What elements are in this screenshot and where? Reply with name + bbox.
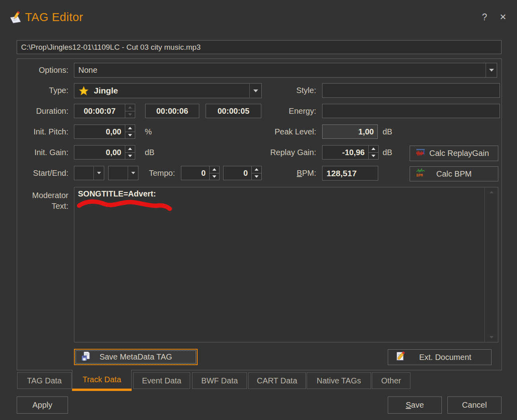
- tab-event-data[interactable]: Event Data: [133, 372, 190, 389]
- window-title: TAG Editor: [25, 11, 83, 24]
- svg-text:BPM: BPM: [416, 173, 423, 177]
- file-path-text: C:\Prop\Jingles12-01\1109LC - Cut 03 cit…: [17, 43, 501, 52]
- style-label: Style:: [257, 86, 316, 95]
- type-dropdown[interactable]: Jingle: [74, 83, 262, 98]
- tab-cart-data[interactable]: CART Data: [248, 372, 306, 389]
- tempo-label: Tempo:: [135, 169, 175, 178]
- duration-label: Duration:: [8, 107, 68, 116]
- tempo-field-2[interactable]: 0: [223, 166, 262, 180]
- spinner-up-icon: [369, 146, 378, 152]
- peak-level-label: Peak Level:: [257, 127, 316, 136]
- metadata-tag-icon: [80, 351, 91, 363]
- init-gain-spinner[interactable]: [125, 146, 135, 159]
- document-pencil-icon: [395, 351, 406, 364]
- end-dropdown[interactable]: [108, 166, 138, 180]
- peak-level-unit: dB: [383, 127, 392, 136]
- init-pitch-spinner[interactable]: [125, 125, 135, 138]
- energy-label: Energy:: [257, 107, 316, 116]
- cancel-button[interactable]: Cancel: [447, 397, 501, 414]
- init-pitch-unit: %: [145, 127, 152, 136]
- init-gain-field[interactable]: 0,00: [74, 145, 135, 159]
- apply-button[interactable]: Apply: [17, 397, 68, 414]
- star-icon: [79, 86, 89, 96]
- bpm-field[interactable]: 128,517: [322, 166, 378, 181]
- tab-bwf-data[interactable]: BWF Data: [192, 372, 247, 389]
- duration-spinner: [125, 104, 135, 118]
- spinner-down-icon: [125, 152, 135, 159]
- init-pitch-field[interactable]: 0,00: [74, 124, 135, 139]
- close-button[interactable]: ✕: [500, 12, 507, 22]
- moderator-text-label: Moderator Text:: [8, 190, 68, 212]
- ext-document-button[interactable]: Ext. Document: [388, 349, 492, 365]
- spinner-up-icon: [210, 166, 219, 173]
- bpm-icon: BPM: [416, 168, 427, 180]
- energy-field[interactable]: [322, 104, 500, 118]
- spinner-down-icon: [125, 111, 135, 118]
- save-button[interactable]: Save: [388, 397, 442, 414]
- bpm-label: BPM:: [257, 169, 316, 178]
- file-path-field[interactable]: C:\Prop\Jingles12-01\1109LC - Cut 03 cit…: [17, 40, 501, 54]
- duration-field-2[interactable]: 00:00:06: [145, 104, 199, 118]
- replay-gain-spinner[interactable]: [368, 146, 378, 159]
- spinner-down-icon: [369, 152, 378, 159]
- options-label: Options:: [8, 66, 68, 75]
- type-label: Type:: [8, 86, 68, 95]
- tag-editor-icon: [10, 11, 22, 24]
- chevron-down-icon[interactable]: [486, 63, 497, 77]
- replay-gain-field[interactable]: -10,96: [322, 145, 379, 159]
- tab-native-tags[interactable]: Native TAGs: [307, 372, 371, 389]
- start-dropdown[interactable]: [74, 166, 104, 180]
- save-metadata-tag-button[interactable]: Save MetaData TAG: [74, 349, 198, 365]
- spinner-down-icon: [210, 173, 219, 180]
- style-field[interactable]: [322, 83, 500, 98]
- tab-tag-data[interactable]: TAG Data: [17, 372, 72, 389]
- calc-replaygain-button[interactable]: Calc ReplayGain: [410, 146, 498, 161]
- moderator-scrollbar[interactable]: [484, 187, 498, 342]
- start-end-label: Start/End:: [8, 169, 68, 178]
- tab-track-data[interactable]: Track Data: [72, 370, 132, 389]
- chevron-down-icon[interactable]: [93, 166, 104, 180]
- tempo-spinner-1[interactable]: [209, 166, 219, 180]
- duration-field-3[interactable]: 00:00:05: [206, 104, 261, 118]
- waveform-icon: [416, 148, 426, 159]
- spinner-up-icon: [125, 125, 135, 132]
- tab-other[interactable]: Other: [372, 372, 410, 389]
- duration-field-1[interactable]: 00:00:07: [74, 104, 135, 118]
- init-gain-label: Init. Gain:: [8, 148, 68, 157]
- spinner-down-icon: [125, 132, 135, 139]
- replay-gain-label: Replay Gain:: [257, 148, 316, 157]
- tempo-field-1[interactable]: 0: [181, 166, 220, 180]
- options-dropdown[interactable]: None: [74, 63, 497, 78]
- scroll-up-icon[interactable]: [485, 187, 498, 197]
- scroll-down-icon[interactable]: [485, 332, 498, 342]
- moderator-text-area[interactable]: SONGTITLE=Advert:: [74, 187, 498, 342]
- help-button[interactable]: ?: [482, 12, 487, 23]
- spinner-up-icon: [125, 146, 135, 152]
- calc-bpm-button[interactable]: BPM Calc BPM: [410, 166, 498, 181]
- peak-level-field: 1,00: [322, 124, 378, 139]
- spinner-up-icon: [125, 104, 135, 111]
- replay-gain-unit: dB: [383, 148, 392, 157]
- init-gain-unit: dB: [145, 148, 154, 157]
- init-pitch-label: Init. Pitch:: [8, 127, 68, 136]
- red-annotation-squiggle: [76, 197, 173, 213]
